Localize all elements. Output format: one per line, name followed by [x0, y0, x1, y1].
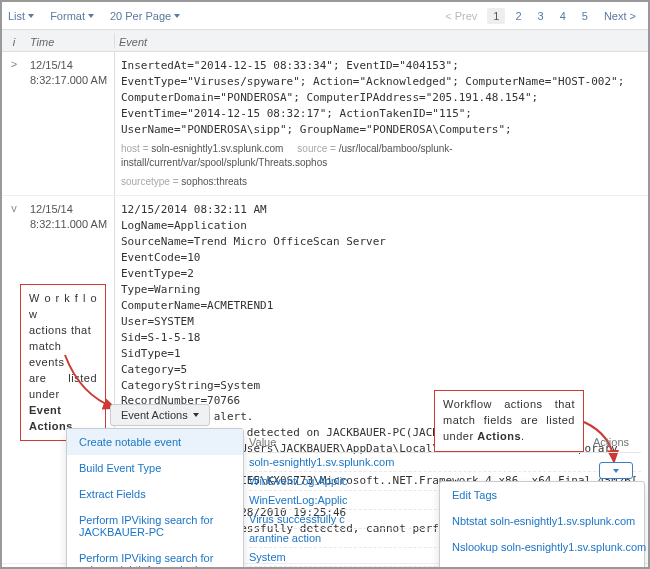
- menu-item[interactable]: Ping soln-esnightly1.sv.splunk.com: [440, 560, 644, 569]
- table-header: i Time Event: [2, 30, 648, 52]
- field-actions-button[interactable]: [599, 462, 633, 479]
- toolbar: List Format 20 Per Page < Prev 1 2 3 4 5…: [2, 2, 648, 30]
- caret-icon: [28, 14, 34, 18]
- fv-row[interactable]: soln-esnightly1.sv.splunk.com: [249, 453, 641, 472]
- format-dropdown[interactable]: Format: [50, 10, 94, 22]
- caret-icon: [174, 14, 180, 18]
- menu-item[interactable]: Build Event Type: [67, 455, 243, 481]
- menu-item[interactable]: Create notable event: [67, 429, 243, 455]
- pager-page[interactable]: 4: [554, 8, 572, 24]
- col-event: Event: [114, 33, 648, 48]
- chevron-down-icon: [613, 469, 619, 473]
- menu-item[interactable]: Nbtstat soln-esnightly1.sv.splunk.com: [440, 508, 644, 534]
- pager-next[interactable]: Next >: [598, 8, 642, 24]
- perpage-dropdown[interactable]: 20 Per Page: [110, 10, 180, 22]
- event-time: 12/15/14 8:32:17.000 AM: [26, 52, 114, 195]
- col-expand: i: [2, 33, 26, 48]
- table-row: > 12/15/14 8:32:17.000 AM InsertedAt="20…: [2, 52, 648, 196]
- menu-item[interactable]: Perform IPViking search for JACKBAUER-PC: [67, 507, 243, 545]
- pager-page[interactable]: 3: [532, 8, 550, 24]
- chevron-down-icon: [193, 413, 199, 417]
- expand-toggle[interactable]: >: [2, 52, 26, 195]
- pager-page[interactable]: 1: [487, 8, 505, 24]
- col-time[interactable]: Time: [26, 33, 114, 48]
- annotation-event-actions: W o r k f l o w actions that match event…: [20, 284, 106, 441]
- caret-icon: [88, 14, 94, 18]
- event-raw: InsertedAt="2014-12-15 08:33:34"; EventI…: [114, 52, 648, 195]
- pager-page[interactable]: 5: [576, 8, 594, 24]
- menu-item[interactable]: Edit Tags: [440, 482, 644, 508]
- event-actions-menu: Create notable event Build Event Type Ex…: [66, 428, 244, 569]
- menu-item[interactable]: Extract Fields: [67, 481, 243, 507]
- field-actions-menu: Edit Tags Nbtstat soln-esnightly1.sv.spl…: [439, 481, 645, 569]
- list-dropdown[interactable]: List: [8, 10, 34, 22]
- event-actions-button[interactable]: Event Actions: [110, 404, 210, 426]
- pager: < Prev 1 2 3 4 5 Next >: [439, 8, 642, 24]
- menu-item[interactable]: Perform IPViking search for soln-esnight…: [67, 545, 243, 569]
- menu-item[interactable]: Nslookup soln-esnightly1.sv.splunk.com: [440, 534, 644, 560]
- pager-prev: < Prev: [439, 8, 483, 24]
- pager-page[interactable]: 2: [509, 8, 527, 24]
- fv-header: Value Actions: [249, 432, 641, 453]
